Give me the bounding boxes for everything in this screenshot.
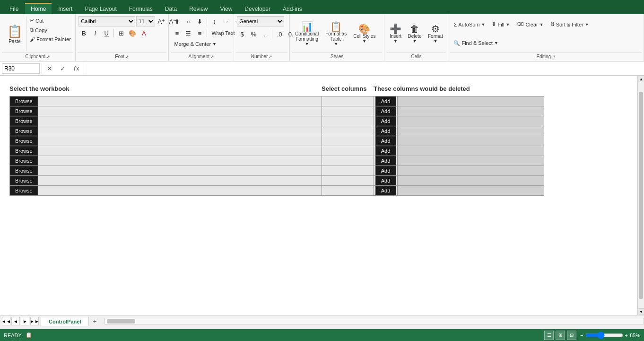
add-button[interactable]: Add [375,186,396,195]
format-as-table-button[interactable]: 📋 Format as Table ▼ [323,20,349,48]
delete-columns-cell [398,106,544,116]
tab-add-ins[interactable]: Add-ins [277,4,308,14]
underline-button[interactable]: U [101,28,112,38]
comma-button[interactable]: , [260,29,270,39]
paste-button[interactable]: 📋 Paste [3,16,26,52]
conditional-formatting-button[interactable]: 📊 Conditional Formatting ▼ [293,20,321,48]
browse-button[interactable]: Browse [10,156,38,166]
editing-expand-icon[interactable]: ↗ [552,54,556,59]
tab-scroll-prev-button[interactable]: ◄ [11,317,20,325]
add-button[interactable]: Add [375,166,396,175]
bold-button[interactable]: B [78,28,89,38]
clear-button[interactable]: ⌫ Clear ▼ [514,20,546,29]
tab-scroll-next-button[interactable]: ► [21,317,29,325]
tab-formulas[interactable]: Formulas [123,4,158,14]
add-button[interactable]: Add [375,106,396,116]
number-format-select[interactable]: General [237,16,284,26]
formula-input[interactable] [86,63,642,74]
tab-insert[interactable]: Insert [52,4,78,14]
align-left-button[interactable]: ≡ [172,28,182,38]
browse-button[interactable]: Browse [10,136,38,146]
confirm-formula-button[interactable]: ✓ [57,63,69,74]
tab-scroll-first-button[interactable]: ◄◄ [2,317,10,325]
select-columns-cell [322,146,374,156]
cut-button[interactable]: ✂ Cut [27,16,73,25]
fill-color-button[interactable]: 🎨 [127,28,138,38]
fill-button[interactable]: ⬇ Fill ▼ [489,20,512,29]
tab-data[interactable]: Data [159,4,183,14]
clipboard-expand-icon[interactable]: ↗ [46,54,50,59]
border-button[interactable]: ⊞ [116,28,126,38]
wrap-text-button[interactable]: Wrap Text [209,29,237,37]
insert-button[interactable]: ➕ Insert ▼ [387,23,404,45]
browse-button[interactable]: Browse [10,116,38,126]
tab-page-layout[interactable]: Page Layout [79,4,122,14]
browse-button[interactable]: Browse [10,186,38,195]
tab-view[interactable]: View [215,4,238,14]
percent-button[interactable]: % [248,29,259,39]
align-top-button[interactable]: ⬆ [172,16,182,26]
browse-button[interactable]: Browse [10,176,38,185]
tab-developer[interactable]: Developer [239,4,276,14]
add-cell: Add [374,146,398,156]
increase-font-button[interactable]: A⁺ [156,16,166,26]
sort-filter-button[interactable]: ⇅ Sort & Filter ▼ [548,20,592,29]
font-color-button[interactable]: A [139,28,149,38]
indent-increase-button[interactable]: → [220,16,231,26]
browse-cell: Browse [10,136,322,146]
text-direction-button[interactable]: ↕ [209,16,219,26]
align-bottom-button[interactable]: ⬇ [194,16,205,26]
font-group: Calibri 11 A⁺ A⁻ B I U ⊞ 🎨 A [76,14,169,61]
tab-review[interactable]: Review [183,4,213,14]
insert-function-button[interactable]: ƒx [70,63,82,74]
tab-file[interactable]: File [4,4,24,14]
add-button[interactable]: Add [375,136,396,146]
browse-button[interactable]: Browse [10,166,38,175]
font-size-select[interactable]: 11 [136,16,155,26]
number-expand-icon[interactable]: ↗ [269,54,272,59]
scroll-up-button[interactable]: ▲ [638,76,644,82]
tab-scroll-last-button[interactable]: ►► [30,317,39,325]
add-button[interactable]: Add [375,176,396,185]
cancel-formula-button[interactable]: ✕ [44,63,55,74]
format-painter-button[interactable]: 🖌 Format Painter [27,35,73,44]
font-expand-icon[interactable]: ↗ [125,54,129,59]
delete-button[interactable]: 🗑 Delete ▼ [406,23,424,45]
autosum-button[interactable]: Σ AutoSum ▼ [451,20,487,29]
add-button[interactable]: Add [375,96,396,106]
add-button[interactable]: Add [375,146,396,156]
format-button[interactable]: ⚙ Format ▼ [426,23,445,45]
tab-home[interactable]: Home [25,3,52,14]
scroll-down-button[interactable]: ▼ [638,308,644,315]
sheet-tab-control-panel[interactable]: ControlPanel [41,317,89,326]
merge-center-button[interactable]: Merge & Center ▼ [172,40,219,48]
delete-columns-cell [398,126,544,136]
number-group: General $ % , .0 0. Number ↗ [234,14,290,61]
italic-button[interactable]: I [90,28,100,38]
merge-center-dropdown-icon[interactable]: ▼ [212,42,217,46]
add-button[interactable]: Add [375,156,396,166]
browse-button[interactable]: Browse [10,106,38,116]
scroll-thumb[interactable] [639,92,643,299]
currency-button[interactable]: $ [237,29,247,39]
align-right-button[interactable]: ≡ [194,28,205,38]
add-cell: Add [374,96,398,106]
find-select-button[interactable]: 🔍 Find & Select ▼ [451,39,500,48]
sort-filter-icon: ⇅ [550,21,555,27]
cell-reference-input[interactable]: R30 [2,63,40,74]
browse-button[interactable]: Browse [10,126,38,136]
align-middle-button[interactable]: ↔ [183,16,193,26]
align-center-button[interactable]: ☰ [183,28,193,38]
cells-group: ➕ Insert ▼ 🗑 Delete ▼ ⚙ Format ▼ Cells [384,14,448,61]
copy-button[interactable]: ⧉ Copy [27,26,73,35]
add-button[interactable]: Add [375,126,396,136]
alignment-expand-icon[interactable]: ↗ [210,54,214,59]
add-button[interactable]: Add [375,116,396,126]
cell-styles-button[interactable]: 🎨 Cell Styles ▼ [351,23,378,45]
browse-button[interactable]: Browse [10,96,38,106]
select-columns-cell [322,116,374,126]
add-sheet-button[interactable]: + [89,316,100,326]
font-name-select[interactable]: Calibri [78,16,135,26]
browse-button[interactable]: Browse [10,146,38,156]
increase-decimal-button[interactable]: .0 [274,29,285,39]
